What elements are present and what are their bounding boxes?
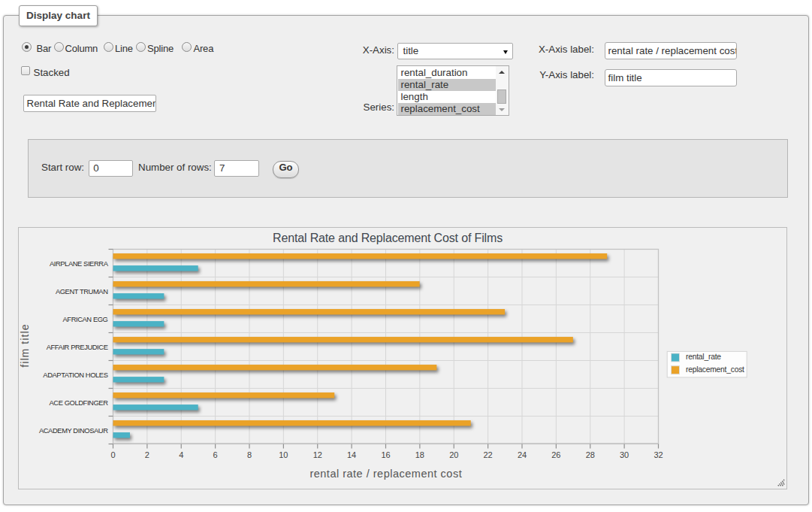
svg-text:AFFAIR PREJUDICE: AFFAIR PREJUDICE [47,343,108,351]
svg-text:28: 28 [586,450,595,459]
svg-text:AFRICAN EGG: AFRICAN EGG [63,315,108,323]
svg-text:2: 2 [145,450,149,459]
svg-text:32: 32 [654,450,663,459]
svg-text:6: 6 [213,450,218,459]
svg-text:4: 4 [179,450,183,459]
svg-text:16: 16 [381,450,390,459]
svg-text:14: 14 [347,450,356,459]
svg-text:ACE GOLDFINGER: ACE GOLDFINGER [50,398,109,407]
svg-text:replacement_cost: replacement_cost [686,365,744,374]
svg-text:Rental Rate and Replacement Co: Rental Rate and Replacement Cost of Film… [273,232,503,244]
svg-text:10: 10 [279,450,288,459]
svg-text:30: 30 [620,450,629,459]
svg-text:8: 8 [247,450,252,459]
svg-text:20: 20 [449,450,458,459]
svg-text:AGENT TRUMAN: AGENT TRUMAN [56,287,108,295]
svg-text:0: 0 [110,450,115,459]
svg-text:rental rate / replacement cost: rental rate / replacement cost [309,468,462,480]
svg-text:24: 24 [518,450,527,459]
svg-text:12: 12 [313,450,322,459]
svg-text:film title: film title [19,323,31,367]
svg-text:AIRPLANE SIERRA: AIRPLANE SIERRA [50,259,109,268]
svg-text:22: 22 [483,450,492,459]
svg-text:26: 26 [551,450,560,459]
svg-text:rental_rate: rental_rate [686,353,721,361]
svg-text:ACADEMY DINOSAUR: ACADEMY DINOSAUR [39,426,108,435]
svg-text:ADAPTATION HOLES: ADAPTATION HOLES [43,371,107,379]
svg-text:18: 18 [415,450,424,459]
